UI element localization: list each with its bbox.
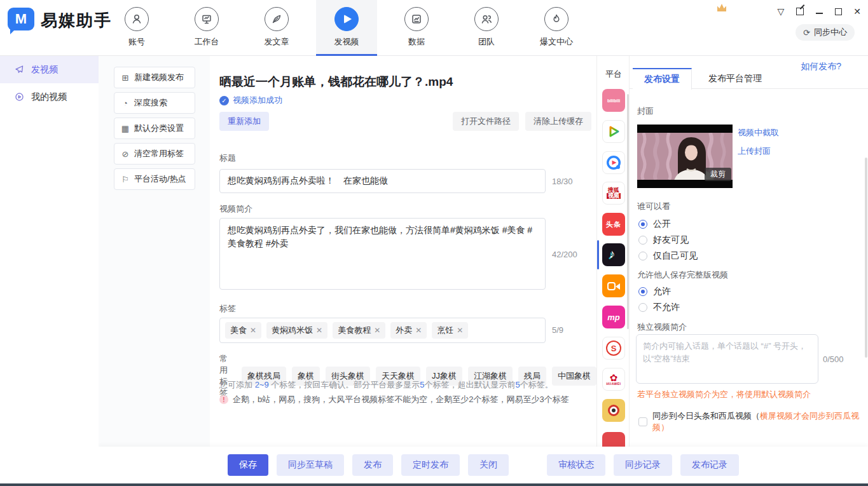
save-button[interactable]: 保存 bbox=[228, 454, 268, 476]
close-icon[interactable]: ✕ bbox=[851, 6, 863, 17]
clear-upload-cache-button[interactable]: 清除上传缓存 bbox=[525, 112, 591, 131]
capture-from-video-link[interactable]: 视频中截取 bbox=[738, 127, 779, 138]
sidebar-item-publish-video[interactable]: 发视频 bbox=[0, 56, 99, 83]
crop-button[interactable]: 裁剪 bbox=[705, 168, 731, 181]
sidebar-item-my-videos[interactable]: 我的视频 bbox=[0, 83, 99, 111]
platform-sogou-icon[interactable]: S bbox=[602, 337, 625, 360]
remove-tag-icon[interactable]: ✕ bbox=[250, 326, 256, 335]
sync-center-button[interactable]: ⟳ 同步中心 bbox=[796, 24, 855, 41]
selected-platform-indicator bbox=[597, 240, 599, 269]
scheduled-publish-button[interactable]: 定时发布 bbox=[401, 454, 460, 476]
video-filename: 晒最近一个月账单，钱都花在哪儿了？.mp4 bbox=[219, 74, 453, 90]
tag-chip[interactable]: 外卖✕ bbox=[390, 322, 427, 339]
nav-item-workbench[interactable]: 工作台 bbox=[176, 0, 237, 56]
nav-label: 发文章 bbox=[265, 36, 289, 48]
vip-crown-icon[interactable] bbox=[717, 4, 726, 11]
tag-chip[interactable]: 黄焖鸡米饭✕ bbox=[266, 322, 327, 339]
app-title: 易媒助手 bbox=[41, 10, 112, 32]
topbar: M 易媒助手 账号 工作台 发文章 bbox=[0, 0, 868, 56]
nav-item-publish-video[interactable]: 发视频 bbox=[316, 0, 377, 56]
remove-tag-icon[interactable]: ✕ bbox=[415, 326, 422, 335]
remove-tag-icon[interactable]: ✕ bbox=[457, 326, 463, 335]
tool-button-label: 默认分类设置 bbox=[134, 123, 184, 134]
feedback-icon[interactable] bbox=[794, 6, 806, 17]
panel-scrollbar[interactable] bbox=[865, 158, 867, 358]
platform-tencent-video-icon[interactable] bbox=[602, 120, 625, 143]
tool-button-label: 清空常用标签 bbox=[134, 148, 184, 159]
refresh-icon: ⟳ bbox=[803, 28, 810, 37]
platform-mp-icon[interactable]: mp bbox=[602, 306, 625, 328]
check-icon: ✓ bbox=[219, 96, 229, 105]
title-input[interactable] bbox=[219, 169, 546, 193]
tag-chip[interactable]: 美食教程✕ bbox=[333, 322, 385, 339]
window-controls: ▽ ✕ bbox=[775, 5, 863, 18]
nav-item-publish-article[interactable]: 发文章 bbox=[246, 0, 307, 56]
flag-icon: ⚐ bbox=[121, 175, 130, 184]
how-to-publish-link[interactable]: 如何发布? bbox=[801, 61, 841, 72]
maximize-icon[interactable] bbox=[832, 6, 844, 17]
tag-chip[interactable]: 美食✕ bbox=[225, 322, 261, 339]
team-icon bbox=[474, 7, 499, 31]
platform-activities-button[interactable]: ⚐ 平台活动/热点 bbox=[114, 168, 195, 190]
tag-text: 烹饪 bbox=[437, 325, 453, 336]
tag-chip[interactable]: 烹饪✕ bbox=[432, 322, 468, 339]
nav-item-team[interactable]: 团队 bbox=[456, 0, 517, 56]
review-status-button[interactable]: 审核状态 bbox=[547, 454, 605, 476]
tags-label: 标签 bbox=[219, 303, 236, 314]
cover-label: 封面 bbox=[637, 105, 654, 117]
open-file-path-button[interactable]: 打开文件路径 bbox=[453, 112, 519, 131]
platform-toutiao-icon[interactable]: 头条 bbox=[602, 213, 625, 236]
platform-rail-scrollbar[interactable] bbox=[627, 94, 629, 329]
deep-search-button[interactable]: ◔ 深度搜索 bbox=[114, 92, 195, 114]
desc-textarea[interactable]: 想吃黄焖鸡别再点外卖了，我们在家也能做，方法很简单#黄焖鸡米饭 #美食 #美食教… bbox=[219, 218, 546, 290]
cover-thumbnail[interactable]: 裁剪 bbox=[637, 125, 733, 188]
tool-button-label: 深度搜索 bbox=[134, 97, 167, 109]
independent-desc-textarea[interactable] bbox=[636, 334, 818, 384]
platform-sohu-video-icon[interactable]: 搜狐 视频 bbox=[602, 182, 625, 205]
platform-huawei-icon[interactable]: ✿ HUAWEI bbox=[602, 368, 625, 391]
platform-bilibili-icon[interactable]: bilibili bbox=[602, 89, 625, 112]
platform-kuaishou-icon[interactable] bbox=[602, 274, 625, 297]
tag-text: 美食 bbox=[230, 325, 247, 336]
common-tag-chip[interactable]: 中国象棋 bbox=[552, 367, 596, 386]
skin-dropdown-icon[interactable]: ▽ bbox=[775, 6, 787, 17]
remove-tag-icon[interactable]: ✕ bbox=[316, 326, 322, 335]
sync-to-draft-button[interactable]: 同步至草稿 bbox=[277, 454, 344, 476]
tag-text: 外卖 bbox=[396, 325, 412, 336]
nav-item-data[interactable]: 数据 bbox=[386, 0, 447, 56]
tags-input[interactable]: 美食✕ 黄焖鸡米饭✕ 美食教程✕ 外卖✕ 烹饪✕ bbox=[219, 318, 546, 343]
platform-weibo-icon[interactable] bbox=[602, 399, 625, 422]
tab-platform-management[interactable]: 发布平台管理 bbox=[697, 68, 773, 89]
upload-cover-link[interactable]: 上传封面 bbox=[738, 145, 771, 157]
publish-records-button[interactable]: 发布记录 bbox=[680, 454, 739, 476]
allow-save-option-allow[interactable]: 允许 bbox=[638, 286, 671, 297]
default-category-settings-button[interactable]: ▦ 默认分类设置 bbox=[114, 118, 195, 139]
nav-item-account[interactable]: 账号 bbox=[106, 0, 167, 56]
visibility-option-friends[interactable]: 好友可见 bbox=[638, 234, 689, 246]
visibility-label: 谁可以看 bbox=[637, 201, 670, 212]
independent-desc-counter: 0/500 bbox=[823, 354, 844, 364]
tag-text: 黄焖鸡米饭 bbox=[272, 325, 313, 336]
sync-records-button[interactable]: 同步记录 bbox=[614, 454, 672, 476]
allow-save-option-deny[interactable]: 不允许 bbox=[638, 302, 680, 313]
publish-button[interactable]: 发布 bbox=[352, 454, 393, 476]
checkbox-icon[interactable] bbox=[638, 417, 647, 426]
radio-icon bbox=[638, 252, 647, 260]
close-button[interactable]: 关闭 bbox=[468, 454, 509, 476]
sync-toutiao-checkbox-row[interactable]: 同步到今日头条和西瓜视频（横屏视频才会同步到西瓜视频） bbox=[638, 410, 868, 433]
tools-column: ⊞ 新建视频发布 ◔ 深度搜索 ▦ 默认分类设置 ⊘ 清空常用标签 ⚐ 平台活动… bbox=[99, 56, 210, 447]
visibility-option-public[interactable]: 公开 bbox=[638, 219, 671, 230]
common-tags-label: 常用标签 bbox=[219, 353, 235, 399]
nav-item-hot-articles[interactable]: 爆文中心 bbox=[526, 0, 587, 56]
remove-tag-icon[interactable]: ✕ bbox=[374, 326, 380, 335]
new-video-publish-button[interactable]: ⊞ 新建视频发布 bbox=[114, 67, 195, 88]
tab-publish-settings[interactable]: 发布设置 bbox=[633, 68, 692, 90]
platform-haokan-video-icon[interactable] bbox=[602, 151, 625, 174]
clear-common-tags-button[interactable]: ⊘ 清空常用标签 bbox=[114, 143, 195, 165]
platform-more-icon[interactable] bbox=[602, 432, 625, 447]
visibility-option-private[interactable]: 仅自己可见 bbox=[638, 250, 698, 262]
readd-video-button[interactable]: 重新添加 bbox=[219, 112, 269, 131]
sync-checkbox-label: 同步到今日头条和西瓜视频（横屏视频才会同步到西瓜视频） bbox=[652, 410, 868, 433]
platform-douyin-icon[interactable]: ♪♪ bbox=[602, 243, 625, 266]
minimize-icon[interactable] bbox=[813, 6, 825, 17]
